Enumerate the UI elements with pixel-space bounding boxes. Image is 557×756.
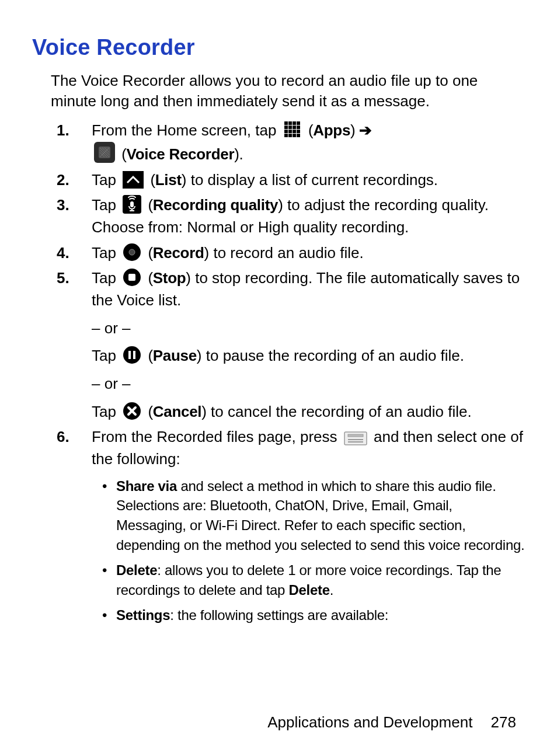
stop-label: Stop: [153, 269, 186, 287]
step-5-or-2: – or –: [92, 373, 525, 395]
step-3: Tap (Recording quality) to adjust the re…: [57, 194, 525, 238]
svg-rect-11: [293, 130, 296, 133]
recording-quality-label: Recording quality: [153, 196, 278, 214]
share-via-text: and select a method in which to share th…: [116, 478, 524, 553]
svg-point-31: [129, 249, 135, 255]
svg-rect-3: [293, 121, 296, 125]
svg-rect-5: [284, 126, 288, 129]
svg-rect-10: [288, 130, 292, 133]
step-2-text-1: Tap: [92, 171, 120, 189]
svg-rect-7: [293, 126, 296, 129]
intro-text: The Voice Recorder allows you to record …: [32, 71, 525, 112]
footer-page-number: 278: [491, 713, 516, 731]
step-5: Tap (Stop) to stop recording. The file a…: [57, 267, 525, 423]
step-3-paren-open: (: [148, 196, 152, 214]
voice-recorder-label: Voice Recorder: [127, 145, 235, 163]
delete-text-2: .: [330, 582, 333, 598]
page-footer: Applications and Development 278: [267, 713, 516, 731]
svg-rect-40: [344, 432, 367, 445]
step-1: From the Home screen, tap (Apps) ➔: [57, 120, 525, 165]
step-4-text-1: Tap: [92, 244, 120, 262]
svg-rect-36: [133, 351, 135, 359]
pause-label: Pause: [153, 347, 197, 364]
settings-text: : the following settings are available:: [170, 607, 388, 623]
step-5-paren-open: (: [148, 269, 152, 287]
svg-rect-15: [293, 134, 296, 137]
bullet-settings: Settings: the following settings are ava…: [102, 605, 525, 625]
svg-rect-35: [128, 351, 131, 359]
step-5-text-4: ) to pause the recording of an audio fil…: [197, 347, 464, 364]
step-1-paren2-close: ).: [234, 145, 243, 163]
svg-rect-16: [297, 134, 300, 137]
step-4-paren-open: (: [148, 244, 152, 262]
step-5-text-3: Tap: [92, 347, 120, 364]
step-1-text-1: From the Home screen, tap: [92, 121, 281, 139]
list-up-icon: [123, 171, 144, 189]
bullet-share-via: Share via and select a method in which t…: [102, 476, 525, 555]
svg-rect-14: [288, 134, 292, 137]
svg-rect-8: [297, 126, 300, 129]
step-2-paren-open: (: [150, 171, 155, 189]
apps-grid-icon: [283, 120, 302, 139]
pause-icon: [123, 346, 141, 364]
step-5-paren3-open: (: [148, 403, 152, 420]
settings-label: Settings: [116, 607, 170, 623]
svg-rect-1: [284, 121, 288, 125]
cancel-icon: [123, 402, 141, 420]
footer-section: Applications and Development: [267, 713, 472, 731]
apps-label: Apps: [313, 121, 350, 139]
step-2: Tap (List) to display a list of current …: [57, 169, 525, 191]
svg-rect-13: [284, 134, 288, 137]
svg-rect-33: [128, 274, 135, 281]
svg-rect-4: [297, 121, 300, 125]
page-title: Voice Recorder: [32, 35, 525, 60]
step-5-or-1: – or –: [92, 318, 525, 340]
svg-rect-27: [130, 201, 134, 207]
step-6-text-1: From the Recorded files page, press: [92, 428, 342, 445]
svg-rect-41: [348, 434, 363, 437]
arrow-right-icon: ➔: [359, 121, 372, 139]
step-4-text-2: ) to record an audio file.: [204, 244, 364, 262]
step-5-text-5: Tap: [92, 403, 120, 420]
svg-rect-12: [297, 130, 300, 133]
svg-point-34: [123, 346, 141, 364]
step-1-paren-close: ): [350, 121, 359, 139]
step-5-text-6: ) to cancel the recording of an audio fi…: [201, 403, 472, 420]
step-5-text-1: Tap: [92, 269, 120, 287]
recording-quality-icon: [123, 195, 141, 214]
delete-label: Delete: [116, 562, 157, 578]
bullet-delete: Delete: allows you to delete 1 or more v…: [102, 560, 525, 600]
svg-rect-9: [284, 130, 288, 133]
step-6-bullets: Share via and select a method in which t…: [92, 476, 525, 625]
step-1-paren2-open: (: [121, 145, 126, 163]
steps-list: From the Home screen, tap (Apps) ➔: [32, 120, 525, 625]
voice-recorder-app-icon: [94, 142, 115, 163]
cancel-label: Cancel: [153, 403, 201, 420]
menu-key-icon: [344, 431, 367, 445]
step-2-text-2: ) to display a list of current recording…: [182, 171, 438, 189]
list-label: List: [155, 171, 182, 189]
record-label: Record: [153, 244, 204, 262]
svg-rect-25: [123, 171, 144, 189]
share-via-label: Share via: [116, 478, 177, 494]
record-icon: [123, 243, 141, 262]
step-6: From the Recorded files page, press and …: [57, 426, 525, 625]
step-4: Tap (Record) to record an audio file.: [57, 242, 525, 264]
stop-icon: [123, 268, 141, 287]
step-5-paren2-open: (: [148, 347, 152, 364]
svg-rect-2: [288, 121, 292, 125]
delete-label-2: Delete: [289, 582, 330, 598]
svg-rect-6: [288, 126, 292, 129]
step-3-text-1: Tap: [92, 196, 120, 214]
